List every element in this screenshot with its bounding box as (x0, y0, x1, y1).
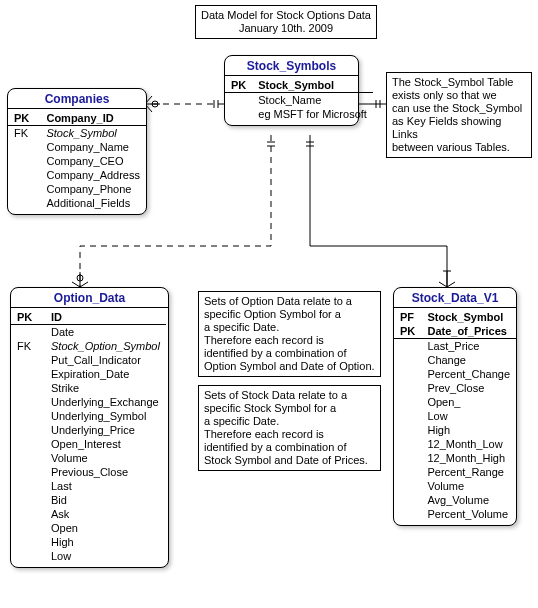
entity-attrs: PKIDDateFKStock_Option_SymbolPut_Call_In… (11, 310, 166, 563)
attr-name: Percent_Volume (421, 507, 516, 521)
key-indicator (225, 107, 252, 121)
attr-name: Avg_Volume (421, 493, 516, 507)
key-indicator (11, 493, 45, 507)
key-indicator (394, 451, 421, 465)
key-indicator (8, 196, 40, 210)
attr-name: Change (421, 353, 516, 367)
note-line: The Stock_Symbol Table (392, 76, 526, 89)
entity-stock-symbols: Stock_Symbols PKStock_SymbolStock_Nameeg… (224, 55, 359, 126)
key-indicator (394, 423, 421, 437)
note-line: Sets of Stock Data relate to a (204, 389, 375, 402)
key-indicator (394, 465, 421, 479)
key-indicator (11, 549, 45, 563)
key-indicator (394, 367, 421, 381)
entity-attrs: PKStock_SymbolStock_Nameeg MSFT for Micr… (225, 78, 373, 121)
attr-name: Date (45, 325, 166, 340)
attr-name: 12_Month_High (421, 451, 516, 465)
attr-name: Additional_Fields (40, 196, 146, 210)
key-indicator (394, 381, 421, 395)
key-indicator (394, 507, 421, 521)
entity-title: Stock_Data_V1 (394, 288, 516, 308)
attr-name: eg MSFT for Microsoft (252, 107, 373, 121)
key-indicator (394, 493, 421, 507)
key-indicator (225, 93, 252, 108)
key-indicator (394, 339, 421, 354)
diagram-title-line1: Data Model for Stock Options Data (201, 9, 371, 22)
note-option-data: Sets of Option Data relate to aspecific … (198, 291, 381, 377)
attr-name: Open (45, 521, 166, 535)
attr-name: High (45, 535, 166, 549)
diagram-title-box: Data Model for Stock Options Data Januar… (195, 5, 377, 39)
key-indicator (11, 423, 45, 437)
key-indicator (11, 521, 45, 535)
attr-name: Stock_Symbol (252, 78, 373, 93)
note-line: a specific Date. (204, 321, 375, 334)
key-indicator (11, 507, 45, 521)
key-indicator (394, 409, 421, 423)
attr-name: Stock_Name (252, 93, 373, 108)
note-stock-data: Sets of Stock Data relate to aspecific S… (198, 385, 381, 471)
key-indicator (11, 367, 45, 381)
attr-name: Date_of_Prices (421, 324, 516, 339)
svg-point-1 (77, 275, 83, 281)
note-line: exists only so that we (392, 89, 526, 102)
key-indicator (8, 168, 40, 182)
key-indicator: FK (11, 339, 45, 353)
attr-name: Stock_Option_Symbol (45, 339, 166, 353)
entity-attrs: PFStock_SymbolPKDate_of_PricesLast_Price… (394, 310, 516, 521)
key-indicator (11, 437, 45, 451)
attr-name: Ask (45, 507, 166, 521)
attr-name: Underlying_Price (45, 423, 166, 437)
note-line: Therefore each record is (204, 334, 375, 347)
key-indicator: PF (394, 310, 421, 324)
attr-name: Stock_Symbol (421, 310, 516, 324)
key-indicator (394, 479, 421, 493)
key-indicator (11, 395, 45, 409)
attr-name: Underlying_Symbol (45, 409, 166, 423)
entity-title: Stock_Symbols (225, 56, 358, 76)
note-line: Stock Symbol and Date of Prices. (204, 454, 375, 467)
key-indicator (8, 154, 40, 168)
key-indicator (11, 479, 45, 493)
entity-option-data: Option_Data PKIDDateFKStock_Option_Symbo… (10, 287, 169, 568)
diagram-title-line2: January 10th. 2009 (201, 22, 371, 35)
note-line: Therefore each record is (204, 428, 375, 441)
key-indicator (11, 381, 45, 395)
attr-name: Previous_Close (45, 465, 166, 479)
attr-name: Company_Name (40, 140, 146, 154)
attr-name: ID (45, 310, 166, 325)
entity-title: Companies (8, 89, 146, 109)
key-indicator (11, 451, 45, 465)
attr-name: Strike (45, 381, 166, 395)
note-line: specific Stock Symbol for a (204, 402, 375, 415)
key-indicator (8, 182, 40, 196)
note-line: Sets of Option Data relate to a (204, 295, 375, 308)
key-indicator: PK (11, 310, 45, 325)
attr-name: Stock_Symbol (40, 126, 146, 141)
key-indicator (394, 353, 421, 367)
attr-name: Expiration_Date (45, 367, 166, 381)
key-indicator: PK (394, 324, 421, 339)
attr-name: Low (421, 409, 516, 423)
attr-name: Low (45, 549, 166, 563)
attr-name: Open_Interest (45, 437, 166, 451)
attr-name: Last (45, 479, 166, 493)
attr-name: Percent_Range (421, 465, 516, 479)
attr-name: Prev_Close (421, 381, 516, 395)
svg-point-0 (152, 101, 158, 107)
note-line: identified by a combination of (204, 347, 375, 360)
key-indicator: PK (225, 78, 252, 93)
key-indicator (394, 395, 421, 409)
attr-name: Company_Address (40, 168, 146, 182)
entity-attrs: PKCompany_IDFKStock_SymbolCompany_NameCo… (8, 111, 146, 210)
key-indicator: FK (8, 126, 40, 141)
key-indicator (11, 325, 45, 340)
attr-name: Company_CEO (40, 154, 146, 168)
attr-name: Last_Price (421, 339, 516, 354)
attr-name: Volume (45, 451, 166, 465)
entity-companies: Companies PKCompany_IDFKStock_SymbolComp… (7, 88, 147, 215)
note-stock-symbol-purpose: The Stock_Symbol Tableexists only so tha… (386, 72, 532, 158)
attr-name: 12_Month_Low (421, 437, 516, 451)
attr-name: Volume (421, 479, 516, 493)
key-indicator (11, 353, 45, 367)
